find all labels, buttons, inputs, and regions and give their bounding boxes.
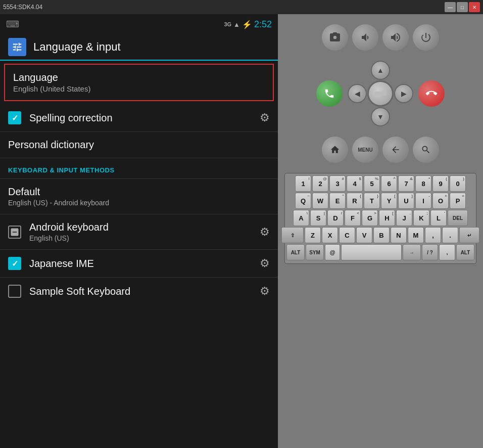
sample-soft-keyboard-item[interactable]: Sample Soft Keyboard ⚙: [0, 278, 278, 305]
spelling-settings-icon[interactable]: ⚙: [260, 111, 270, 124]
key-p[interactable]: =P: [450, 193, 466, 209]
status-bar: ⌨ 3G ▲ ⚡ 2:52: [0, 14, 278, 34]
key-y[interactable]: [Y: [381, 193, 397, 209]
signal-bars: ▲: [233, 21, 240, 28]
key-g[interactable]: >G: [362, 210, 378, 226]
key-m[interactable]: M: [408, 227, 424, 243]
search-button[interactable]: [413, 137, 439, 163]
sample-keyboard-text: Sample Soft Keyboard: [29, 286, 260, 297]
key-slash-q[interactable]: / ?: [422, 244, 438, 260]
window-title: 5554:SDK4.04: [3, 4, 42, 11]
key-space[interactable]: [341, 244, 402, 260]
top-controls: [322, 24, 439, 51]
key-2[interactable]: @2: [312, 175, 328, 192]
key-alt-right[interactable]: ALT: [456, 244, 474, 260]
key-5[interactable]: %5: [364, 175, 380, 192]
call-green-button[interactable]: [316, 80, 343, 107]
key-6[interactable]: ^6: [381, 175, 397, 192]
dpad-left-button[interactable]: ◀: [348, 84, 367, 103]
call-red-button[interactable]: [418, 80, 445, 107]
key-8[interactable]: *8: [415, 175, 431, 192]
key-n[interactable]: N: [391, 227, 407, 243]
personal-dict-label: Personal dictionary: [8, 139, 270, 151]
main-area: ⌨ 3G ▲ ⚡ 2:52 Language & input Language: [0, 14, 483, 448]
key-3[interactable]: #3: [329, 175, 346, 192]
back-button[interactable]: [382, 137, 409, 163]
key-h[interactable]: [H: [379, 210, 395, 226]
default-keyboard-item[interactable]: Default English (US) - Android keyboard: [0, 179, 278, 214]
key-c[interactable]: C: [339, 227, 355, 243]
android-keyboard-checkbox[interactable]: [8, 226, 21, 239]
key-period[interactable]: .: [442, 227, 458, 243]
default-title: Default: [8, 186, 270, 198]
home-button[interactable]: [322, 137, 348, 163]
key-s[interactable]: |S: [310, 210, 326, 226]
key-x[interactable]: X: [322, 227, 338, 243]
android-keyboard-settings-icon[interactable]: ⚙: [260, 226, 270, 239]
dpad-up-button[interactable]: ▲: [371, 61, 390, 80]
key-0[interactable]: )0: [450, 175, 466, 192]
key-at[interactable]: @: [325, 244, 340, 260]
key-7[interactable]: &7: [398, 175, 414, 192]
japanese-ime-settings-icon[interactable]: ⚙: [260, 257, 270, 270]
key-i[interactable]: -I: [415, 193, 431, 209]
key-comma[interactable]: ,: [425, 227, 441, 243]
volume-up-button[interactable]: [382, 24, 409, 51]
language-item[interactable]: Language English (United States): [4, 64, 274, 101]
key-4[interactable]: $4: [347, 175, 363, 192]
key-t[interactable]: }T: [364, 193, 380, 209]
dpad-center-button[interactable]: [367, 80, 394, 107]
key-enter[interactable]: ↵: [459, 227, 479, 243]
status-right: 3G ▲ ⚡ 2:52: [224, 19, 272, 30]
key-v[interactable]: V: [356, 227, 372, 243]
camera-button[interactable]: [322, 24, 348, 51]
key-u[interactable]: ]U: [398, 193, 414, 209]
key-a[interactable]: \A: [293, 210, 309, 226]
minimize-button[interactable]: —: [445, 2, 456, 12]
power-button[interactable]: [413, 24, 439, 51]
maximize-button[interactable]: □: [457, 2, 468, 12]
key-arrow-right[interactable]: →: [403, 244, 421, 260]
dpad-right-button[interactable]: ▶: [394, 84, 413, 103]
key-q[interactable]: ~Q: [295, 193, 311, 209]
volume-down-button[interactable]: [352, 24, 378, 51]
settings-list: Language English (United States) ✓ Spell…: [0, 64, 278, 305]
battery-icon: ⚡: [242, 20, 252, 29]
kbd-row-4: ⇧ Z X C V B N M , . ↵: [287, 227, 474, 243]
right-panel: ▲ ▼ ◀ ▶: [278, 14, 483, 448]
dpad-row: ▲ ▼ ◀ ▶: [316, 61, 445, 126]
close-button[interactable]: ✕: [469, 2, 480, 12]
android-keyboard-subtitle: English (US): [29, 234, 260, 242]
keyboard-section-header: KEYBOARD & INPUT METHODS: [0, 158, 278, 179]
key-1[interactable]: !1: [295, 175, 311, 192]
key-sym[interactable]: SYM: [306, 244, 324, 260]
menu-button[interactable]: MENU: [352, 137, 378, 163]
key-b[interactable]: B: [373, 227, 390, 243]
key-z[interactable]: Z: [305, 227, 321, 243]
android-keyboard-item[interactable]: Android keyboard English (US) ⚙: [0, 214, 278, 250]
key-shift[interactable]: ⇧: [281, 227, 304, 243]
key-alt-left[interactable]: ALT: [286, 244, 305, 260]
key-w[interactable]: `W: [312, 193, 328, 209]
key-o[interactable]: +O: [432, 193, 449, 209]
key-9[interactable]: (9: [432, 175, 449, 192]
key-l[interactable]: 'L: [430, 210, 447, 226]
key-r[interactable]: {R: [347, 193, 363, 209]
key-k[interactable]: ;K: [413, 210, 429, 226]
key-j[interactable]: .J: [396, 210, 412, 226]
key-d[interactable]: /D: [327, 210, 344, 226]
key-f[interactable]: <F: [345, 210, 361, 226]
sample-keyboard-settings-icon[interactable]: ⚙: [260, 285, 270, 298]
key-comma-2[interactable]: ,: [439, 244, 455, 260]
language-title: Language: [13, 72, 265, 83]
dpad-down-button[interactable]: ▼: [371, 107, 390, 126]
spelling-checkbox[interactable]: ✓: [8, 111, 21, 124]
key-del[interactable]: DEL: [448, 210, 468, 226]
window-controls: — □ ✕: [445, 2, 480, 12]
japanese-ime-item[interactable]: ✓ Japanese IME ⚙: [0, 250, 278, 278]
spelling-correction-item[interactable]: ✓ Spelling correction ⚙: [0, 104, 278, 132]
sample-keyboard-checkbox[interactable]: [8, 285, 21, 298]
key-e[interactable]: "E: [329, 193, 346, 209]
personal-dictionary-item[interactable]: Personal dictionary: [0, 132, 278, 158]
japanese-ime-checkbox[interactable]: ✓: [8, 257, 21, 270]
